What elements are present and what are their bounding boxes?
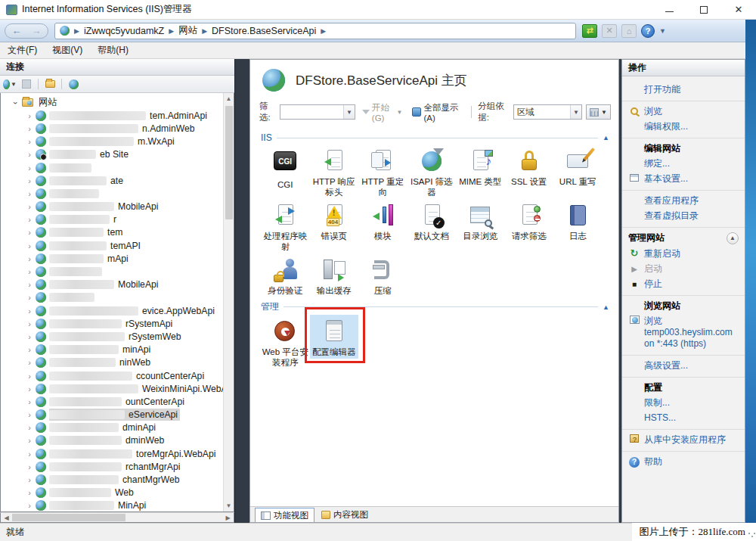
tree-node-site[interactable]: › — [1, 161, 223, 174]
chevron-collapsed-icon[interactable]: › — [25, 280, 34, 289]
tree-node-site[interactable]: ›ninWeb — [1, 356, 223, 369]
chevron-collapsed-icon[interactable]: › — [25, 475, 34, 484]
back-button[interactable]: ← — [10, 26, 23, 36]
chevron-collapsed-icon[interactable]: › — [25, 501, 34, 510]
tree-node-site[interactable]: ›eServiceApi — [1, 409, 223, 421]
chevron-collapsed-icon[interactable]: › — [25, 372, 34, 381]
action--[interactable]: ?帮助 — [628, 454, 739, 469]
action--[interactable]: 查看应用程序 — [628, 193, 739, 208]
feature-authentication[interactable]: 身份验证 — [261, 253, 310, 297]
action-hsts-[interactable]: HSTS... — [628, 410, 739, 425]
tree-node-site[interactable]: ›eb Site — [1, 148, 223, 161]
feature-http-response-headers[interactable]: HTTP 响应标头 — [310, 145, 359, 199]
chevron-expanded-icon[interactable]: › — [11, 98, 20, 107]
tree-node-site[interactable]: ›tem.AdminApi — [1, 109, 223, 122]
action--[interactable]: 绑定... — [628, 156, 739, 171]
chevron-collapsed-icon[interactable]: › — [25, 462, 34, 471]
tree-node-site[interactable]: ›mApi — [1, 252, 223, 265]
collapse-section-icon[interactable]: ▲ — [603, 303, 609, 311]
tree-node-site[interactable]: ›tem — [1, 226, 223, 239]
feature-modules[interactable]: 模块 — [358, 199, 407, 243]
chevron-collapsed-icon[interactable]: › — [25, 111, 34, 120]
menu-file[interactable]: 文件(F) — [0, 42, 45, 59]
tree-node-site[interactable]: ›dminApi — [1, 421, 223, 434]
feature-request-filtering[interactable]: 请求筛选 — [505, 199, 554, 243]
chevron-collapsed-icon[interactable]: › — [25, 436, 34, 445]
tree-node-site[interactable]: ›ccountCenterApi — [1, 369, 223, 382]
breadcrumb-current-site[interactable]: DFStore.BaseServiceApi — [212, 26, 316, 36]
feature-default-document[interactable]: ✓默认文档 — [407, 199, 457, 243]
tree-node-site[interactable]: ›Web — [1, 487, 223, 499]
collapse-group-icon[interactable]: ▲ — [727, 232, 739, 244]
scroll-up-icon[interactable]: ▲ — [224, 93, 234, 104]
tree-node-sites[interactable]: ›网站 — [1, 96, 223, 109]
chevron-collapsed-icon[interactable]: › — [25, 124, 34, 133]
tree-node-site[interactable]: ›rSystemApi — [1, 317, 223, 330]
tree-node-site[interactable]: ›m.WxApi — [1, 135, 223, 148]
scrollbar-thumb[interactable] — [12, 514, 125, 521]
action--[interactable]: 基本设置... — [628, 171, 739, 186]
feature-isapi-filters[interactable]: ISAPI 筛选器 — [407, 145, 457, 199]
scroll-left-icon[interactable]: ◀ — [1, 515, 12, 521]
chevron-collapsed-icon[interactable]: › — [25, 449, 34, 459]
feature-error-pages[interactable]: 404错误页 — [310, 199, 359, 243]
tree-node-site[interactable]: ›temAPI — [1, 239, 223, 252]
filter-input[interactable]: ▼ — [280, 104, 355, 120]
chevron-collapsed-icon[interactable]: › — [25, 228, 34, 237]
action--[interactable]: 打开功能 — [628, 82, 739, 97]
forward-button[interactable]: → — [29, 26, 43, 36]
connect-server-icon[interactable]: ▼ — [3, 78, 17, 90]
close-button[interactable]: ✕ — [721, 0, 756, 19]
feature-url-rewrite[interactable]: URL 重写 — [553, 145, 603, 188]
feature-logging[interactable]: 日志 — [553, 199, 603, 243]
tree-node-site[interactable]: ›r — [1, 213, 223, 226]
chevron-collapsed-icon[interactable]: › — [25, 254, 34, 263]
feature-output-caching[interactable]: 输出缓存 — [310, 253, 359, 297]
action--[interactable]: 限制... — [628, 395, 739, 410]
chevron-collapsed-icon[interactable]: › — [25, 176, 34, 185]
action--[interactable]: 配置 — [628, 380, 739, 395]
feature-http-redirect[interactable]: HTTP 重定向 — [358, 145, 407, 199]
action--[interactable]: 高级设置... — [628, 358, 739, 373]
tree-node-site[interactable]: ›MobileApi — [1, 278, 223, 291]
scrollbar-thumb[interactable] — [225, 106, 233, 219]
chevron-collapsed-icon[interactable]: › — [25, 332, 34, 341]
tree-node-site[interactable]: › — [1, 265, 223, 278]
chevron-collapsed-icon[interactable]: › — [25, 137, 34, 146]
chevron-collapsed-icon[interactable]: › — [25, 150, 34, 159]
minimize-button[interactable] — [652, 0, 686, 19]
delete-connection-icon[interactable] — [67, 78, 80, 90]
chevron-collapsed-icon[interactable]: › — [25, 410, 34, 419]
tree-node-site[interactable]: ›rchantMgrApi — [1, 460, 223, 473]
action--[interactable]: 浏览网站 — [628, 298, 739, 313]
menu-help[interactable]: 帮助(H) — [90, 42, 136, 59]
chevron-collapsed-icon[interactable]: › — [25, 202, 34, 211]
feature-directory-browsing[interactable]: 目录浏览 — [456, 199, 505, 243]
scroll-down-icon[interactable]: ▼ — [224, 500, 234, 511]
tree-node-site[interactable]: ›chantMgrWeb — [1, 473, 223, 486]
menu-view[interactable]: 视图(V) — [45, 42, 90, 59]
chevron-collapsed-icon[interactable]: › — [25, 241, 34, 250]
tree-horizontal-scrollbar[interactable]: ◀ ▶ — [0, 512, 234, 523]
tree-vertical-scrollbar[interactable]: ▲ ▼ — [223, 93, 234, 511]
chevron-collapsed-icon[interactable]: › — [25, 163, 34, 173]
tree-node-site[interactable]: ›ate — [1, 174, 223, 187]
chevron-collapsed-icon[interactable]: › — [25, 267, 34, 276]
action--[interactable]: ↻重新启动 — [628, 246, 739, 261]
scroll-right-icon[interactable]: ▶ — [222, 515, 234, 521]
breadcrumb-sites[interactable]: 网站 — [178, 24, 197, 37]
show-all-button[interactable]: 全部显示(A) — [409, 102, 465, 123]
tree-node-site[interactable]: ›toreMgrApi.WebApi — [1, 447, 223, 460]
action--temp003-heyslim-com-on-443-https-[interactable]: 浏览 temp003.heyslim.com on *:443 (https) — [628, 313, 739, 351]
go-icon[interactable]: ⇄ — [582, 24, 597, 38]
up-level-icon[interactable] — [43, 78, 57, 90]
feature-ssl-settings[interactable]: SSL 设置 — [505, 145, 554, 188]
action--[interactable]: 编辑权限... — [628, 119, 739, 134]
tree-node-site[interactable]: ›WeixinMiniApi.WebApi — [1, 382, 223, 395]
feature-web-platform-installer[interactable]: Web 平台安装程序 — [261, 315, 310, 369]
action--[interactable]: 浏览 — [628, 104, 739, 119]
feature-configuration-editor[interactable]: 配置编辑器 — [310, 315, 359, 359]
tree-node-site[interactable]: ›n.AdminWeb — [1, 122, 223, 135]
action--[interactable]: ■停止 — [628, 276, 739, 291]
feature-compression[interactable]: 压缩 — [358, 253, 407, 297]
